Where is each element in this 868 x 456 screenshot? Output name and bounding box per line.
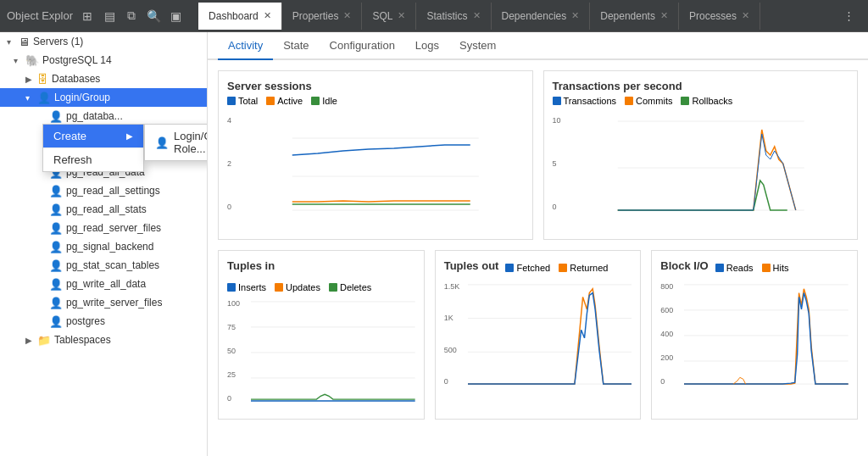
sidebar-item-postgres-label: postgres [66, 315, 203, 327]
sub-tab-state[interactable]: State [273, 32, 319, 60]
sidebar-item-postgresql14-label: PostgreSQL 14 [42, 54, 203, 66]
block-io-chart: Block I/O Reads Hits [651, 250, 858, 420]
sidebar-item-pg-signal-backend-label: pg_signal_backend [66, 241, 203, 253]
sidebar-item-logingroup[interactable]: ▾ 👤 Login/Group [0, 88, 207, 107]
block-io-legend: Reads Hits [715, 263, 789, 273]
submenu-logingroup-role[interactable]: 👤 Login/Group Role... [145, 125, 208, 160]
role-icon: 👤 [49, 278, 63, 291]
transactions-svg [573, 113, 849, 214]
image-icon[interactable]: ▣ [166, 7, 185, 25]
tab-dependents-close[interactable]: ✕ [660, 10, 668, 21]
sidebar-item-pg-read-all-settings[interactable]: 👤 pg_read_all_settings [0, 181, 207, 200]
role-icon: 👤 [49, 297, 63, 309]
tab-statistics-close[interactable]: ✕ [473, 10, 481, 21]
block-io-svg [684, 279, 849, 389]
tabs-more-button[interactable]: ⋮ [837, 3, 861, 30]
server-sessions-chart: Server sessions Total Active Idle [218, 70, 533, 240]
tab-sql[interactable]: SQL ✕ [362, 3, 416, 30]
legend-hits: Hits [762, 263, 789, 273]
server-sessions-title: Server sessions [227, 80, 524, 92]
tab-dashboard-close[interactable]: ✕ [264, 10, 271, 21]
tablespace-icon: 📁 [37, 334, 51, 347]
sidebar-item-servers[interactable]: ▾ 🖥 Servers (1) [0, 32, 207, 51]
sidebar-item-pg-stat-scan-tables-label: pg_stat_scan_tables [66, 259, 203, 271]
legend-fetched-label: Fetched [516, 263, 550, 273]
sidebar-item-pg-stat-scan-tables[interactable]: 👤 pg_stat_scan_tables [0, 256, 207, 275]
tuples-in-svg-container: 1007550250 [227, 296, 415, 409]
tuples-in-title: Tuples in [227, 259, 275, 272]
sidebar-item-pg-write-server-files-label: pg_write_server_files [66, 297, 203, 309]
tab-statistics[interactable]: Statistics ✕ [416, 3, 491, 30]
sub-tabs: Activity State Configuration Logs System [208, 32, 868, 60]
tab-statistics-label: Statistics [426, 10, 467, 22]
ctx-create[interactable]: Create ▶ [43, 125, 143, 147]
y-labels: 8006004002000 [660, 279, 673, 389]
sidebar-item-pg-read-all-stats-label: pg_read_all_stats [66, 203, 203, 215]
top-toolbar: Object Explor ⊞ ▤ ⧉ 🔍 ▣ Dashboard ✕ Prop… [0, 0, 868, 32]
sidebar-item-pg-write-all-data[interactable]: 👤 pg_write_all_data [0, 275, 207, 293]
tab-sql-label: SQL [372, 10, 392, 22]
ctx-create-label: Create [53, 130, 86, 142]
postgresql-icon: 🐘 [25, 54, 39, 67]
role-icon: 👤 [49, 203, 63, 216]
server-sessions-svg-container: 420 [227, 113, 524, 217]
sidebar-item-databases[interactable]: ▶ 🗄 Databases [0, 70, 207, 88]
y-labels: 1.5K1K5000 [444, 279, 460, 389]
sub-tab-logs[interactable]: Logs [405, 32, 449, 60]
tuples-in-header: Tuples in Inserts Updates [227, 259, 415, 292]
tab-dependents[interactable]: Dependents ✕ [590, 3, 679, 30]
legend-commits-dot [625, 97, 633, 105]
legend-deletes-label: Deletes [340, 282, 371, 292]
tab-properties-label: Properties [292, 10, 339, 22]
ctx-create-arrow: ▶ [126, 131, 133, 141]
legend-transactions-dot [553, 97, 561, 105]
role-icon: 👤 [49, 185, 63, 197]
sidebar-item-pg-read-server-files-label: pg_read_server_files [66, 222, 203, 234]
tab-sql-close[interactable]: ✕ [398, 10, 405, 21]
legend-idle-label: Idle [322, 96, 337, 106]
legend-rollbacks-dot [681, 97, 689, 105]
transactions-title: Transactions per second [553, 80, 849, 92]
submenu-role-icon: 👤 [155, 136, 169, 149]
transactions-legend: Transactions Commits Rollbacks [553, 96, 849, 106]
search-icon[interactable]: 🔍 [144, 7, 163, 25]
legend-inserts: Inserts [227, 282, 266, 292]
sidebar-item-pg-database[interactable]: 👤 pg_databa... [0, 107, 207, 125]
tab-dashboard[interactable]: Dashboard ✕ [198, 3, 282, 30]
table-icon[interactable]: ▤ [100, 7, 119, 25]
legend-active: Active [266, 96, 303, 106]
sidebar-item-pg-read-all-stats[interactable]: 👤 pg_read_all_stats [0, 200, 207, 219]
legend-returned: Returned [559, 263, 608, 273]
sidebar-item-pg-read-server-files[interactable]: 👤 pg_read_server_files [0, 219, 207, 237]
tab-processes[interactable]: Processes ✕ [679, 3, 760, 30]
sidebar-item-pg-signal-backend[interactable]: 👤 pg_signal_backend [0, 237, 207, 256]
sidebar-item-postgres[interactable]: 👤 postgres [0, 312, 207, 331]
legend-hits-label: Hits [773, 263, 789, 273]
tab-processes-close[interactable]: ✕ [742, 10, 749, 21]
grid-icon[interactable]: ⊞ [78, 7, 97, 25]
legend-returned-label: Returned [570, 263, 608, 273]
sidebar-item-pg-write-server-files[interactable]: 👤 pg_write_server_files [0, 293, 207, 312]
copy-icon[interactable]: ⧉ [122, 7, 141, 25]
sub-tab-configuration[interactable]: Configuration [320, 32, 405, 60]
sub-tab-activity[interactable]: Activity [218, 32, 273, 60]
transactions-svg-container: 1050 [553, 113, 849, 217]
ctx-refresh[interactable]: Refresh [43, 148, 143, 171]
tab-dependencies-close[interactable]: ✕ [571, 10, 579, 21]
legend-updates-dot [275, 283, 283, 292]
block-io-header: Block I/O Reads Hits [660, 259, 849, 275]
sub-tab-system[interactable]: System [449, 32, 506, 60]
sidebar-item-tablespaces[interactable]: ▶ 📁 Tablespaces [0, 331, 207, 349]
charts-row-2: Tuples in Inserts Updates [218, 250, 858, 420]
tuples-out-chart: Tuples out Fetched Returned [435, 250, 642, 420]
sidebar-item-postgresql14[interactable]: ▾ 🐘 PostgreSQL 14 [0, 51, 207, 70]
tab-properties-close[interactable]: ✕ [343, 10, 351, 21]
role-icon: 👤 [49, 110, 63, 123]
charts-row-1: Server sessions Total Active Idle [218, 70, 858, 240]
tab-dependencies[interactable]: Dependencies ✕ [492, 3, 591, 30]
legend-idle-dot [311, 97, 320, 105]
legend-commits: Commits [625, 96, 672, 106]
tab-properties[interactable]: Properties ✕ [282, 3, 363, 30]
sidebar-item-tablespaces-label: Tablespaces [54, 334, 203, 346]
legend-idle: Idle [311, 96, 337, 106]
